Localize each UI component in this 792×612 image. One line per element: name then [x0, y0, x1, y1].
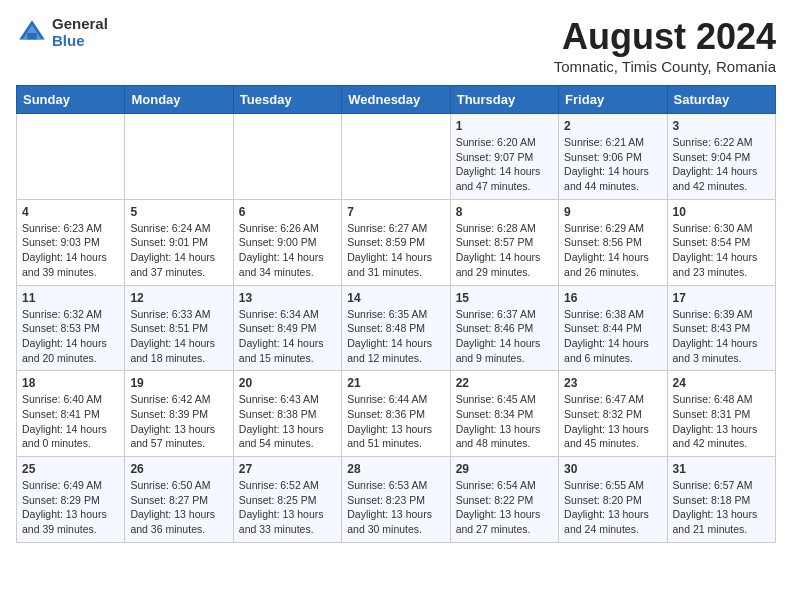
page-header: General Blue August 2024 Tomnatic, Timis…	[16, 16, 776, 75]
day-number: 14	[347, 291, 444, 305]
calendar-week-row: 25Sunrise: 6:49 AM Sunset: 8:29 PM Dayli…	[17, 457, 776, 543]
day-number: 24	[673, 376, 770, 390]
calendar-day-cell: 24Sunrise: 6:48 AM Sunset: 8:31 PM Dayli…	[667, 371, 775, 457]
day-info: Sunrise: 6:39 AM Sunset: 8:43 PM Dayligh…	[673, 307, 770, 366]
calendar-day-cell: 31Sunrise: 6:57 AM Sunset: 8:18 PM Dayli…	[667, 457, 775, 543]
calendar-day-cell: 29Sunrise: 6:54 AM Sunset: 8:22 PM Dayli…	[450, 457, 558, 543]
day-number: 18	[22, 376, 119, 390]
calendar-day-cell: 30Sunrise: 6:55 AM Sunset: 8:20 PM Dayli…	[559, 457, 667, 543]
calendar-day-cell: 3Sunrise: 6:22 AM Sunset: 9:04 PM Daylig…	[667, 114, 775, 200]
calendar-day-cell: 15Sunrise: 6:37 AM Sunset: 8:46 PM Dayli…	[450, 285, 558, 371]
logo-icon	[16, 17, 48, 49]
day-number: 1	[456, 119, 553, 133]
calendar-day-cell: 19Sunrise: 6:42 AM Sunset: 8:39 PM Dayli…	[125, 371, 233, 457]
location-title: Tomnatic, Timis County, Romania	[554, 58, 776, 75]
day-number: 9	[564, 205, 661, 219]
day-number: 22	[456, 376, 553, 390]
calendar-day-cell: 28Sunrise: 6:53 AM Sunset: 8:23 PM Dayli…	[342, 457, 450, 543]
day-number: 8	[456, 205, 553, 219]
calendar-day-cell: 7Sunrise: 6:27 AM Sunset: 8:59 PM Daylig…	[342, 199, 450, 285]
calendar-day-cell: 8Sunrise: 6:28 AM Sunset: 8:57 PM Daylig…	[450, 199, 558, 285]
day-info: Sunrise: 6:33 AM Sunset: 8:51 PM Dayligh…	[130, 307, 227, 366]
calendar-day-cell: 22Sunrise: 6:45 AM Sunset: 8:34 PM Dayli…	[450, 371, 558, 457]
day-info: Sunrise: 6:49 AM Sunset: 8:29 PM Dayligh…	[22, 478, 119, 537]
weekday-header-wednesday: Wednesday	[342, 86, 450, 114]
calendar-day-cell: 9Sunrise: 6:29 AM Sunset: 8:56 PM Daylig…	[559, 199, 667, 285]
calendar-day-cell: 12Sunrise: 6:33 AM Sunset: 8:51 PM Dayli…	[125, 285, 233, 371]
day-info: Sunrise: 6:57 AM Sunset: 8:18 PM Dayligh…	[673, 478, 770, 537]
calendar-week-row: 18Sunrise: 6:40 AM Sunset: 8:41 PM Dayli…	[17, 371, 776, 457]
day-info: Sunrise: 6:50 AM Sunset: 8:27 PM Dayligh…	[130, 478, 227, 537]
calendar-day-cell: 27Sunrise: 6:52 AM Sunset: 8:25 PM Dayli…	[233, 457, 341, 543]
calendar-day-cell: 18Sunrise: 6:40 AM Sunset: 8:41 PM Dayli…	[17, 371, 125, 457]
weekday-header-monday: Monday	[125, 86, 233, 114]
empty-day-cell	[125, 114, 233, 200]
day-number: 28	[347, 462, 444, 476]
logo: General Blue	[16, 16, 108, 49]
day-info: Sunrise: 6:26 AM Sunset: 9:00 PM Dayligh…	[239, 221, 336, 280]
day-info: Sunrise: 6:52 AM Sunset: 8:25 PM Dayligh…	[239, 478, 336, 537]
empty-day-cell	[233, 114, 341, 200]
day-number: 10	[673, 205, 770, 219]
calendar-day-cell: 14Sunrise: 6:35 AM Sunset: 8:48 PM Dayli…	[342, 285, 450, 371]
day-number: 21	[347, 376, 444, 390]
day-number: 17	[673, 291, 770, 305]
day-number: 12	[130, 291, 227, 305]
day-number: 7	[347, 205, 444, 219]
calendar-table: SundayMondayTuesdayWednesdayThursdayFrid…	[16, 85, 776, 543]
day-info: Sunrise: 6:53 AM Sunset: 8:23 PM Dayligh…	[347, 478, 444, 537]
day-number: 3	[673, 119, 770, 133]
day-info: Sunrise: 6:43 AM Sunset: 8:38 PM Dayligh…	[239, 392, 336, 451]
day-info: Sunrise: 6:55 AM Sunset: 8:20 PM Dayligh…	[564, 478, 661, 537]
calendar-day-cell: 23Sunrise: 6:47 AM Sunset: 8:32 PM Dayli…	[559, 371, 667, 457]
day-number: 19	[130, 376, 227, 390]
day-info: Sunrise: 6:37 AM Sunset: 8:46 PM Dayligh…	[456, 307, 553, 366]
day-info: Sunrise: 6:54 AM Sunset: 8:22 PM Dayligh…	[456, 478, 553, 537]
day-info: Sunrise: 6:30 AM Sunset: 8:54 PM Dayligh…	[673, 221, 770, 280]
calendar-week-row: 1Sunrise: 6:20 AM Sunset: 9:07 PM Daylig…	[17, 114, 776, 200]
day-number: 5	[130, 205, 227, 219]
calendar-day-cell: 10Sunrise: 6:30 AM Sunset: 8:54 PM Dayli…	[667, 199, 775, 285]
day-info: Sunrise: 6:38 AM Sunset: 8:44 PM Dayligh…	[564, 307, 661, 366]
day-info: Sunrise: 6:21 AM Sunset: 9:06 PM Dayligh…	[564, 135, 661, 194]
weekday-header-sunday: Sunday	[17, 86, 125, 114]
calendar-day-cell: 1Sunrise: 6:20 AM Sunset: 9:07 PM Daylig…	[450, 114, 558, 200]
day-info: Sunrise: 6:29 AM Sunset: 8:56 PM Dayligh…	[564, 221, 661, 280]
title-block: August 2024 Tomnatic, Timis County, Roma…	[554, 16, 776, 75]
day-number: 26	[130, 462, 227, 476]
day-number: 16	[564, 291, 661, 305]
day-info: Sunrise: 6:24 AM Sunset: 9:01 PM Dayligh…	[130, 221, 227, 280]
day-info: Sunrise: 6:42 AM Sunset: 8:39 PM Dayligh…	[130, 392, 227, 451]
logo-blue-text: Blue	[52, 33, 108, 50]
calendar-day-cell: 11Sunrise: 6:32 AM Sunset: 8:53 PM Dayli…	[17, 285, 125, 371]
calendar-day-cell: 21Sunrise: 6:44 AM Sunset: 8:36 PM Dayli…	[342, 371, 450, 457]
day-info: Sunrise: 6:23 AM Sunset: 9:03 PM Dayligh…	[22, 221, 119, 280]
day-info: Sunrise: 6:40 AM Sunset: 8:41 PM Dayligh…	[22, 392, 119, 451]
calendar-week-row: 11Sunrise: 6:32 AM Sunset: 8:53 PM Dayli…	[17, 285, 776, 371]
calendar-day-cell: 25Sunrise: 6:49 AM Sunset: 8:29 PM Dayli…	[17, 457, 125, 543]
day-number: 27	[239, 462, 336, 476]
calendar-day-cell: 6Sunrise: 6:26 AM Sunset: 9:00 PM Daylig…	[233, 199, 341, 285]
empty-day-cell	[17, 114, 125, 200]
calendar-day-cell: 17Sunrise: 6:39 AM Sunset: 8:43 PM Dayli…	[667, 285, 775, 371]
day-info: Sunrise: 6:27 AM Sunset: 8:59 PM Dayligh…	[347, 221, 444, 280]
day-number: 25	[22, 462, 119, 476]
month-year-title: August 2024	[554, 16, 776, 58]
calendar-day-cell: 26Sunrise: 6:50 AM Sunset: 8:27 PM Dayli…	[125, 457, 233, 543]
day-info: Sunrise: 6:45 AM Sunset: 8:34 PM Dayligh…	[456, 392, 553, 451]
day-info: Sunrise: 6:28 AM Sunset: 8:57 PM Dayligh…	[456, 221, 553, 280]
calendar-day-cell: 5Sunrise: 6:24 AM Sunset: 9:01 PM Daylig…	[125, 199, 233, 285]
calendar-day-cell: 16Sunrise: 6:38 AM Sunset: 8:44 PM Dayli…	[559, 285, 667, 371]
weekday-header-friday: Friday	[559, 86, 667, 114]
day-info: Sunrise: 6:44 AM Sunset: 8:36 PM Dayligh…	[347, 392, 444, 451]
day-info: Sunrise: 6:35 AM Sunset: 8:48 PM Dayligh…	[347, 307, 444, 366]
svg-rect-2	[27, 33, 37, 39]
day-number: 2	[564, 119, 661, 133]
day-number: 4	[22, 205, 119, 219]
day-info: Sunrise: 6:34 AM Sunset: 8:49 PM Dayligh…	[239, 307, 336, 366]
day-info: Sunrise: 6:32 AM Sunset: 8:53 PM Dayligh…	[22, 307, 119, 366]
day-info: Sunrise: 6:22 AM Sunset: 9:04 PM Dayligh…	[673, 135, 770, 194]
calendar-day-cell: 4Sunrise: 6:23 AM Sunset: 9:03 PM Daylig…	[17, 199, 125, 285]
logo-general-text: General	[52, 16, 108, 33]
calendar-day-cell: 20Sunrise: 6:43 AM Sunset: 8:38 PM Dayli…	[233, 371, 341, 457]
